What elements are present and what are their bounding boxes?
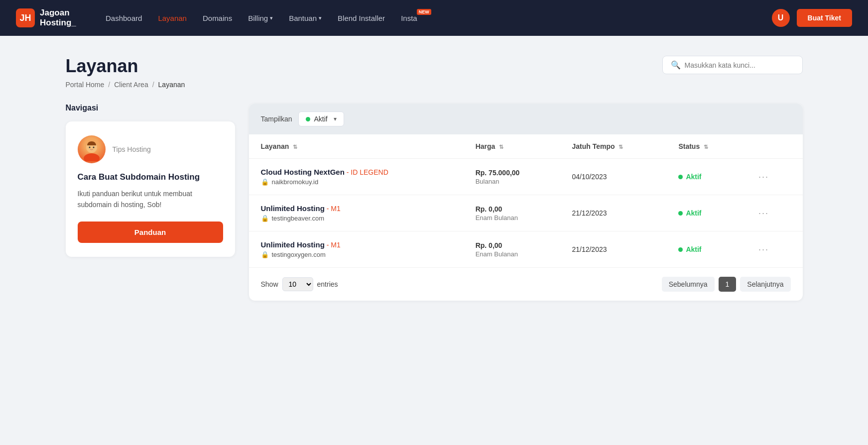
table-row: Cloud Hosting NextGen - ID LEGEND 🔒 naik… [249, 159, 803, 195]
panduan-button[interactable]: Panduan [78, 222, 223, 243]
service-domain-0: 🔒 naikbromokuy.id [261, 178, 452, 186]
service-name-1: Unlimited Hosting [261, 204, 325, 213]
price-main-0: Rp. 75.000,00 [476, 169, 548, 177]
buat-tiket-button[interactable]: Buat Tiket [797, 9, 852, 27]
domain-text-1: testingbeaver.com [272, 215, 325, 222]
cell-more-2: ··· [743, 231, 803, 268]
page-1-button[interactable]: 1 [719, 277, 737, 292]
aktif-badge-2: Aktif [678, 245, 731, 253]
breadcrumb: Portal Home / Client Area / Layanan [66, 81, 803, 89]
layout: Navigasi [66, 104, 803, 301]
tips-avatar [78, 135, 106, 163]
nav-blend-installer[interactable]: Blend Installer [338, 14, 385, 22]
cell-service-0: Cloud Hosting NextGen - ID LEGEND 🔒 naik… [249, 159, 464, 195]
entries-label: entries [317, 280, 338, 288]
more-button-2[interactable]: ··· [754, 242, 773, 257]
nav-layanan[interactable]: Layanan [158, 14, 187, 22]
tampilkan-label: Tampilkan [261, 115, 292, 123]
page-title: Layanan [66, 56, 138, 77]
status-text-1: Aktif [686, 209, 701, 217]
service-variant-2: - M1 [327, 241, 341, 249]
tips-header: Tips Hosting [78, 135, 223, 163]
cell-due-date-1: 21/12/2023 [560, 195, 666, 231]
breadcrumb-client-area[interactable]: Client Area [114, 81, 148, 89]
sidebar-title: Navigasi [66, 104, 235, 112]
col-status[interactable]: Status ⇅ [666, 134, 743, 159]
pagination: Sebelumnya 1 Selanjutnya [662, 277, 791, 292]
col-harga[interactable]: Harga ⇅ [464, 134, 560, 159]
sort-harga: ⇅ [499, 144, 503, 150]
col-actions [743, 134, 803, 159]
aktif-badge-0: Aktif [678, 173, 731, 181]
table-toolbar: Tampilkan Aktif ▾ [249, 104, 803, 134]
next-button[interactable]: Selanjutnya [740, 277, 790, 292]
more-button-1[interactable]: ··· [754, 206, 773, 221]
page-header: Layanan 🔍 [66, 56, 803, 77]
table-area: Tampilkan Aktif ▾ Layanan ⇅ [249, 104, 803, 301]
breadcrumb-sep-1: / [108, 81, 110, 89]
price-period-1: Enam Bulanan [476, 214, 548, 222]
aktif-dot-1 [678, 211, 683, 216]
sort-jatuh-tempo: ⇅ [619, 144, 623, 150]
tips-card: Tips Hosting Cara Buat Subdomain Hosting… [66, 121, 235, 257]
domain-text-0: naikbromokuy.id [272, 178, 319, 186]
services-table: Layanan ⇅ Harga ⇅ Jatuh Tempo ⇅ Status [249, 134, 803, 267]
nav-dashboard[interactable]: Dashboard [106, 14, 142, 22]
nav-domains[interactable]: Domains [203, 14, 232, 22]
nav-insta[interactable]: Insta NEW [401, 14, 425, 22]
brand-logo[interactable]: JH Jagoan Hosting_ [16, 8, 86, 28]
prev-button[interactable]: Sebelumnya [662, 277, 715, 292]
status-filter[interactable]: Aktif ▾ [298, 111, 344, 126]
show-entries: Show 102550100 entries [261, 277, 338, 291]
tips-avatar-inner [78, 135, 106, 163]
status-dot [306, 117, 310, 121]
cell-service-2: Unlimited Hosting - M1 🔒 testingoxygen.c… [249, 231, 464, 268]
svg-point-1 [84, 153, 100, 161]
breadcrumb-portal-home[interactable]: Portal Home [66, 81, 105, 89]
filter-label: Aktif [314, 115, 328, 123]
sort-status: ⇅ [704, 144, 708, 150]
nav-billing[interactable]: Billing ▾ [248, 14, 273, 22]
sidebar: Navigasi [66, 104, 235, 257]
tips-card-title: Cara Buat Subdomain Hosting [78, 172, 223, 182]
entries-select[interactable]: 102550100 [282, 277, 313, 291]
show-label: Show [261, 280, 278, 288]
tips-card-desc: Ikuti panduan berikut untuk membuat subd… [78, 188, 223, 211]
price-period-0: Bulanan [476, 178, 548, 185]
status-text-0: Aktif [686, 173, 701, 181]
user-avatar[interactable]: U [772, 9, 790, 27]
main-content: Layanan 🔍 Portal Home / Client Area / La… [36, 36, 833, 321]
sort-layanan: ⇅ [293, 144, 297, 150]
aktif-dot-0 [678, 175, 683, 179]
col-jatuh-tempo[interactable]: Jatuh Tempo ⇅ [560, 134, 666, 159]
nav-links: Dashboard Layanan Domains Billing ▾ Bant… [106, 14, 752, 22]
cell-price-2: Rp. 0,00 Enam Bulanan [464, 231, 560, 268]
price-main-2: Rp. 0,00 [476, 241, 548, 249]
lock-icon-1: 🔒 [261, 215, 269, 222]
lock-icon-2: 🔒 [261, 251, 269, 258]
bantuan-dropdown-arrow: ▾ [319, 15, 322, 21]
cell-service-1: Unlimited Hosting - M1 🔒 testingbeaver.c… [249, 195, 464, 231]
tips-label: Tips Hosting [113, 145, 151, 153]
nav-bantuan[interactable]: Bantuan ▾ [289, 14, 322, 22]
avatar-icon [80, 137, 104, 161]
aktif-dot-2 [678, 247, 683, 252]
status-text-2: Aktif [686, 245, 701, 253]
cell-due-date-2: 21/12/2023 [560, 231, 666, 268]
service-name-0: Cloud Hosting NextGen [261, 168, 345, 176]
col-layanan[interactable]: Layanan ⇅ [249, 134, 464, 159]
breadcrumb-sep-2: / [152, 81, 154, 89]
filter-arrow: ▾ [334, 115, 337, 122]
cell-more-0: ··· [743, 159, 803, 195]
service-variant-1: - M1 [327, 205, 341, 213]
table-footer: Show 102550100 entries Sebelumnya 1 Sela… [249, 267, 803, 301]
search-bar: 🔍 [662, 56, 803, 74]
domain-text-2: testingoxygen.com [272, 251, 326, 258]
search-input[interactable] [685, 61, 794, 69]
svg-point-3 [89, 147, 90, 148]
cell-status-1: Aktif [666, 195, 743, 231]
svg-point-4 [93, 147, 94, 148]
lock-icon-0: 🔒 [261, 178, 269, 186]
more-button-0[interactable]: ··· [754, 170, 773, 184]
service-variant-0: - ID LEGEND [347, 168, 388, 176]
